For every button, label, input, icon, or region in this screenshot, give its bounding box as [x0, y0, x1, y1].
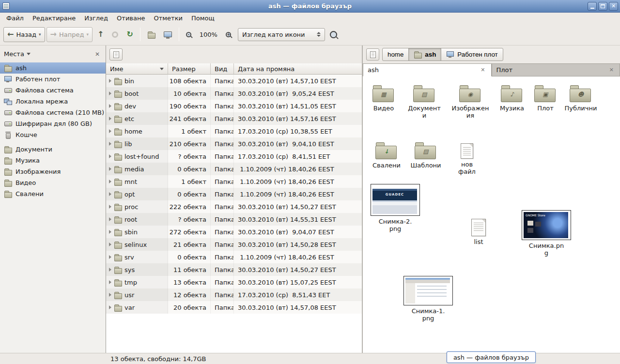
expander-icon[interactable]	[109, 293, 111, 297]
expander-icon[interactable]	[109, 180, 111, 183]
file-icon-snimka1[interactable]: Снимка-1.png	[403, 276, 453, 322]
menu-item[interactable]: Редактиране	[28, 14, 80, 23]
sidebar-bookmark-item[interactable]: Изображения	[0, 166, 106, 177]
file-row[interactable]: bin 108 обекта Папка 30.03.2010 (вт) 14,…	[106, 75, 362, 87]
file-row[interactable]: etc 241 обекта Папка 30.03.2010 (вт) 14,…	[106, 112, 362, 125]
expander-icon[interactable]	[109, 217, 111, 221]
file-list[interactable]: bin 108 обекта Папка 30.03.2010 (вт) 14,…	[106, 75, 362, 353]
file-icon-video[interactable]: Видео	[368, 85, 400, 112]
column-header-size[interactable]: Размер	[168, 63, 211, 75]
file-row[interactable]: opt 0 обекта Папка 1.10.2009 (чт) 18,40,…	[106, 188, 362, 200]
expander-icon[interactable]	[109, 104, 111, 108]
file-row[interactable]: sbin 272 обекта Папка 30.03.2010 (вт) 9,…	[106, 226, 362, 238]
file-row[interactable]: proc 222 обекта Папка 30.03.2010 (вт) 14…	[106, 200, 362, 213]
tab-close-icon[interactable]: ✕	[479, 66, 486, 74]
sidebar-place-item[interactable]: Файлова система (210 MB)	[0, 107, 106, 118]
sidebar-close-button[interactable]: ✕	[93, 50, 102, 59]
zoom-out-button[interactable]: -	[183, 27, 195, 42]
file-row[interactable]: media 0 обекта Папка 1.10.2009 (чт) 18,4…	[106, 163, 362, 175]
breadcrumb-desktop[interactable]: Работен плот	[441, 48, 503, 61]
column-header-name[interactable]: Име	[106, 63, 168, 75]
expander-icon[interactable]	[109, 154, 111, 158]
maximize-button[interactable]	[598, 2, 607, 11]
file-row[interactable]: root ? обекта Папка 30.03.2010 (вт) 14,5…	[106, 213, 362, 226]
file-row[interactable]: dev 190 обекта Папка 30.03.2010 (вт) 14,…	[106, 100, 362, 112]
file-row[interactable]: mnt 1 обект Папка 1.10.2009 (чт) 18,40,2…	[106, 175, 362, 188]
menu-item[interactable]: Отиване	[112, 14, 149, 23]
file-row[interactable]: home 1 обект Папка 17.03.2010 (ср) 10,38…	[106, 125, 362, 137]
sidebar-bookmark-item[interactable]: Видео	[0, 177, 106, 188]
expander-icon[interactable]	[109, 142, 111, 146]
expander-icon[interactable]	[109, 280, 111, 284]
menu-item[interactable]: Изглед	[80, 14, 112, 23]
file-icon-pictures[interactable]: Изображения	[451, 85, 490, 119]
expander-icon[interactable]	[109, 79, 111, 83]
file-icon-new-file[interactable]: нов файл	[452, 143, 482, 175]
expander-icon[interactable]	[109, 243, 111, 246]
file-row[interactable]: srv 0 обекта Папка 1.10.2009 (чт) 18,40,…	[106, 251, 362, 263]
file-icon-snimka2[interactable]: GUADEC Снимка-2.png	[371, 184, 420, 232]
location-toggle-button[interactable]	[366, 48, 379, 61]
titlebar[interactable]: ash — файлов браузър ✕	[0, 0, 620, 13]
expander-icon[interactable]	[109, 192, 111, 196]
close-button[interactable]: ✕	[609, 2, 618, 11]
file-icon-public[interactable]: Публични	[564, 85, 597, 112]
expander-icon[interactable]	[109, 268, 111, 272]
sidebar-pane-select[interactable]: Места	[4, 50, 31, 58]
sidebar-place-item[interactable]: Файлова система	[0, 85, 106, 96]
file-icon-list[interactable]: list	[464, 219, 494, 245]
file-icon-templates[interactable]: Шаблони	[408, 142, 443, 169]
breadcrumb-ash[interactable]: ash	[408, 48, 441, 61]
file-icon-downloads[interactable]: Свалени	[370, 142, 403, 169]
file-icon-desktop[interactable]: Плот	[531, 85, 559, 112]
file-icon-music[interactable]: Музика	[496, 85, 527, 112]
minimize-button[interactable]	[588, 2, 597, 11]
computer-button[interactable]	[160, 27, 175, 42]
forward-button[interactable]: → Напред ▾	[46, 27, 93, 42]
sidebar-place-item[interactable]: ash	[0, 62, 106, 74]
menu-item[interactable]: Помощ	[187, 14, 219, 23]
sidebar-place-item[interactable]: Локална мрежа	[0, 96, 106, 107]
taskbar-window-button[interactable]: ash — файлов браузър	[447, 351, 536, 363]
expander-icon[interactable]	[109, 205, 111, 209]
home-button[interactable]	[144, 27, 159, 42]
expander-icon[interactable]	[109, 117, 111, 121]
location-toggle-button[interactable]	[109, 48, 123, 61]
file-row[interactable]: boot 10 обекта Папка 30.03.2010 (вт) 9,0…	[106, 87, 362, 100]
zoom-level[interactable]: 100%	[196, 27, 221, 42]
icon-view[interactable]: Видео Документи Изображения Музика Плот …	[363, 76, 620, 353]
sidebar-place-item[interactable]: Кошче	[0, 129, 106, 140]
expander-icon[interactable]	[109, 91, 111, 95]
sidebar-bookmark-item[interactable]: Музика	[0, 155, 106, 166]
expander-icon[interactable]	[109, 305, 111, 309]
tab-ash[interactable]: ash ✕	[363, 63, 492, 76]
sidebar-bookmark-item[interactable]: Свалени	[0, 188, 106, 199]
sidebar-place-item[interactable]: Шифриран дял (80 GB)	[0, 118, 106, 129]
tab-plot[interactable]: Плот ✕	[492, 63, 620, 76]
menu-item[interactable]: Отметки	[149, 14, 186, 23]
chevron-down-icon[interactable]: ▾	[39, 32, 41, 37]
file-icon-snimka[interactable]: GNOME Store Снимка.png	[522, 210, 571, 257]
up-button[interactable]: ↑	[94, 27, 107, 42]
file-row[interactable]: tmp 13 обекта Папка 30.03.2010 (вт) 15,0…	[106, 276, 362, 288]
file-row[interactable]: var 20 обекта Папка 30.03.2010 (вт) 14,5…	[106, 301, 362, 314]
back-button[interactable]: ← Назад ▾	[3, 27, 45, 42]
zoom-in-button[interactable]: +	[222, 27, 234, 42]
column-header-type[interactable]: Вид	[211, 63, 234, 75]
file-row[interactable]: lost+found ? обекта Папка 17.03.2010 (ср…	[106, 150, 362, 163]
expander-icon[interactable]	[109, 230, 111, 234]
file-row[interactable]: selinux 21 обекта Папка 30.03.2010 (вт) …	[106, 238, 362, 251]
file-row[interactable]: sys 11 обекта Папка 30.03.2010 (вт) 14,5…	[106, 263, 362, 276]
expander-icon[interactable]	[109, 129, 111, 133]
breadcrumb-home[interactable]: home	[382, 48, 409, 61]
view-mode-select[interactable]: Изглед като икони	[238, 28, 325, 41]
expander-icon[interactable]	[109, 167, 111, 171]
sidebar-bookmark-item[interactable]: Документи	[0, 144, 106, 155]
tab-close-icon[interactable]: ✕	[608, 66, 615, 74]
menu-item[interactable]: Файл	[2, 14, 28, 23]
expander-icon[interactable]	[109, 255, 111, 259]
file-icon-documents[interactable]: Документи	[406, 85, 442, 119]
file-row[interactable]: lib 210 обекта Папка 30.03.2010 (вт) 9,0…	[106, 137, 362, 150]
reload-button[interactable]: ↻	[123, 27, 136, 42]
search-button[interactable]	[326, 27, 341, 42]
